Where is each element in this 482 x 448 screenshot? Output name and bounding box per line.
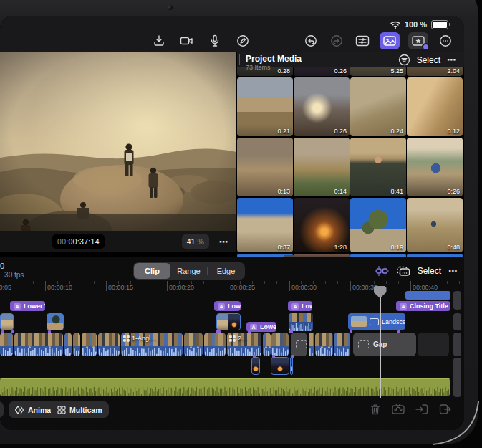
connected-clip[interactable] [289,313,313,331]
timeline-clip[interactable] [315,333,333,356]
connected-audio-clip[interactable] [290,357,293,375]
clip-waveform [121,346,183,356]
zoom-level[interactable]: 41% [182,234,209,249]
playhead[interactable] [380,286,381,398]
connected-clip[interactable] [216,313,241,330]
media-browser-button[interactable] [380,32,400,49]
connected-clip[interactable] [0,313,14,330]
title-clip[interactable]: AClosing Title [396,301,450,311]
media-thumbnail[interactable]: 0:14 [294,138,350,196]
timeline-more-button[interactable]: ⋯ [448,266,458,277]
undo-button[interactable] [302,32,319,49]
insert-button[interactable] [415,403,429,416]
gap-clip[interactable]: Gap [353,333,416,356]
timeline-clip[interactable] [73,333,80,356]
battery-icon [431,20,448,29]
clip-waveform [184,346,203,356]
timeline-clip[interactable] [334,333,350,356]
select-button[interactable]: Select [417,55,440,65]
segment-edge[interactable]: Edge [208,263,244,279]
pencil-button[interactable] [234,32,251,49]
clip-thumbnails [263,333,271,347]
timeline-clip[interactable] [271,333,289,356]
media-thumbnail[interactable]: 0:37 [237,198,293,252]
media-thumbnail[interactable]: 0:21 [237,77,293,136]
media-thumbnail[interactable]: 8:41 [350,138,406,196]
trash-button[interactable] [369,403,382,416]
panel-more-button[interactable]: ⋯ [447,54,457,65]
scrollbar-segment[interactable] [453,291,461,310]
timecode-display[interactable]: 00:00:37:14 [52,234,105,249]
title-clip[interactable]: ALow… [214,301,241,311]
gap-clip[interactable]: Gap [291,333,307,356]
timeline-clip[interactable] [82,333,97,356]
enhance-button[interactable] [375,265,389,277]
clip-label: 1-Angl… [123,335,157,342]
inspector-button[interactable] [354,32,371,49]
timeline-clip[interactable] [184,333,203,356]
connected-audio-clip[interactable] [271,357,289,375]
multicam-button[interactable]: Multicam [51,401,109,418]
timeline-clip[interactable] [64,333,72,356]
scrollbar-segment[interactable] [453,313,461,330]
blade-button[interactable] [391,403,405,416]
connected-clip[interactable]: Landscap… [348,313,405,330]
title-clip-label: Closing Title [410,302,448,310]
timeline-drag-handle[interactable] [284,255,294,257]
redo-button[interactable] [328,32,345,49]
connected-clip-bar[interactable] [405,291,450,300]
timeline-tracks[interactable]: ALower T…ALow…ALow…AClosing TitleALower…… [0,286,464,398]
media-thumbnail[interactable]: 0:48 [407,198,463,252]
music-clip[interactable] [0,378,450,396]
wifi-icon [390,21,400,29]
clip-waveform [204,346,226,356]
playhead-handle[interactable] [374,286,387,298]
media-thumbnail[interactable]: 0:13 [237,138,293,196]
effects-button[interactable] [408,32,428,49]
voiceover-button[interactable] [206,32,223,49]
media-thumbnail[interactable]: 0:26 [407,138,463,196]
media-thumbnail[interactable]: 0:26 [294,77,350,136]
title-clip[interactable]: ALow… [288,301,312,311]
timeline-clip[interactable]: 1-Angl… [121,333,183,356]
media-thumbnail[interactable]: 0:19 [350,198,406,252]
timeline-clip[interactable] [263,333,271,356]
edge-button-fragment[interactable] [0,401,4,418]
segment-clip[interactable]: Clip [134,263,170,279]
connected-audio-clip[interactable] [251,357,260,375]
timeline-clip[interactable] [0,333,13,356]
scrollbar-segment[interactable] [453,333,461,356]
connection-dot [291,355,294,358]
media-thumbnail[interactable]: 0:12 [407,77,463,136]
clip-thumbnails [14,333,63,347]
timecode-prefix: 00: [57,237,69,246]
project-fps: · 30 fps [0,271,24,279]
scrollbar-segment[interactable] [453,358,461,397]
connection-dot [248,330,251,333]
clip-thumbnails [184,333,203,347]
segment-range[interactable]: Range [170,263,207,279]
media-thumbnail[interactable]: 1:28 [294,198,350,252]
title-clip[interactable]: ALower… [246,322,276,332]
media-thumbnail[interactable]: 0:24 [350,77,406,136]
timeline-clip[interactable] [204,333,226,356]
timeline-clip[interactable] [309,333,314,356]
timeline-clip[interactable]: 2… [227,333,261,356]
record-button[interactable] [178,32,196,49]
connected-clip[interactable] [47,313,64,330]
import-button[interactable] [150,32,168,49]
more-button[interactable] [437,32,454,49]
timeline-clip[interactable] [14,333,63,356]
front-camera [167,4,173,11]
title-clip[interactable]: ALower T… [10,301,45,311]
viewer-preview[interactable] [0,52,236,231]
timeline-clip[interactable] [98,333,120,356]
filter-icon[interactable] [398,54,410,66]
append-button[interactable] [438,403,453,416]
timeline-select-button[interactable]: Select [418,266,441,276]
overwrite-button[interactable] [396,265,410,277]
camera-badge-icon [370,318,379,325]
clip-waveform [14,346,63,356]
panel-drag-handle[interactable] [239,54,244,65]
viewer-more-button[interactable]: ⋯ [219,237,229,247]
